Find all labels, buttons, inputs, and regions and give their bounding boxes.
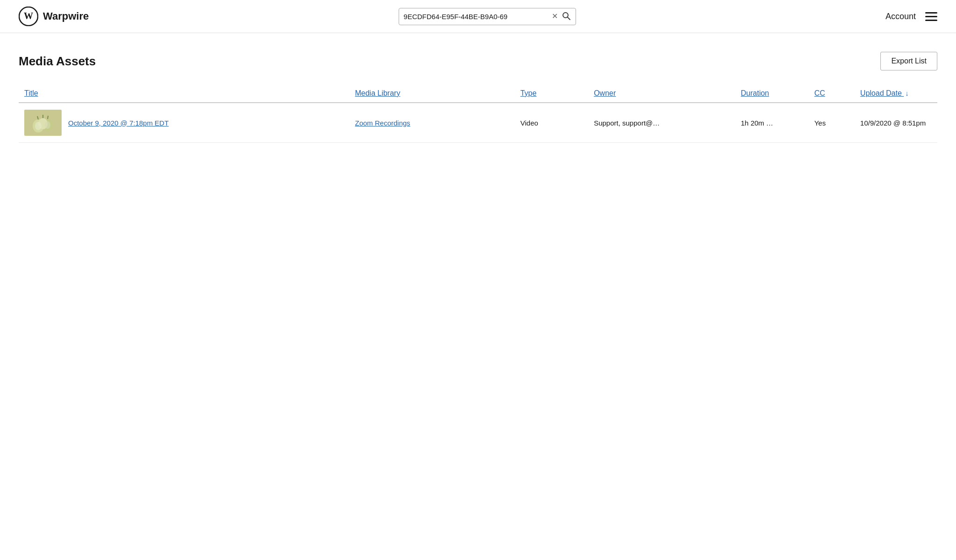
search-input[interactable] [404,13,548,21]
logo-icon: W [19,7,38,26]
cell-title: October 9, 2020 @ 7:18pm EDT [19,103,349,143]
sort-desc-arrow: ↓ [905,89,909,97]
sort-type-link[interactable]: Type [520,89,537,97]
asset-title-link[interactable]: October 9, 2020 @ 7:18pm EDT [68,119,169,127]
logo-text: Warpwire [43,10,89,22]
cell-upload-date: 10/9/2020 @ 8:51pm [855,103,937,143]
account-label[interactable]: Account [886,12,916,21]
library-link[interactable]: Zoom Recordings [355,119,410,127]
search-bar: ✕ [399,8,576,25]
cell-duration: 1h 20m … [735,103,808,143]
app-header: W Warpwire ✕ Account [0,0,956,33]
cell-library: Zoom Recordings [349,103,514,143]
col-header-library: Media Library [349,84,514,103]
sort-upload-date-link[interactable]: Upload Date ↓ [860,89,909,97]
page-title: Media Assets [19,54,96,69]
col-header-duration: Duration [735,84,808,103]
sort-owner-link[interactable]: Owner [594,89,616,97]
sort-title-link[interactable]: Title [24,89,38,97]
asset-type: Video [520,119,538,127]
logo[interactable]: W Warpwire [19,7,89,26]
sort-library-link[interactable]: Media Library [355,89,400,97]
menu-icon[interactable] [925,12,937,21]
export-list-button[interactable]: Export List [880,52,937,70]
col-header-upload-date: Upload Date ↓ [855,84,937,103]
table-header: Title Media Library Type Owner Duration [19,84,937,103]
svg-line-11 [48,116,48,119]
search-icon[interactable] [562,11,571,22]
col-header-owner: Owner [588,84,735,103]
clear-icon[interactable]: ✕ [552,13,558,20]
main-content: Media Assets Export List Title Media Lib… [0,33,956,143]
page-header: Media Assets Export List [19,52,937,70]
col-header-title: Title [19,84,349,103]
cell-owner: Support, support@… [588,103,735,143]
sort-cc-link[interactable]: CC [814,89,825,97]
cell-type: Video [515,103,588,143]
svg-point-8 [35,122,42,130]
table-body: October 9, 2020 @ 7:18pm EDT Zoom Record… [19,103,937,143]
svg-text:W: W [24,11,33,21]
col-header-type: Type [515,84,588,103]
asset-owner: Support, support@… [594,119,660,127]
asset-upload-date: 10/9/2020 @ 8:51pm [860,119,926,127]
asset-cc: Yes [814,119,825,127]
sort-duration-link[interactable]: Duration [741,89,769,97]
table-row: October 9, 2020 @ 7:18pm EDT Zoom Record… [19,103,937,143]
search-container: ✕ [399,8,576,25]
svg-line-3 [567,17,570,20]
media-table: Title Media Library Type Owner Duration [19,84,937,143]
asset-duration: 1h 20m … [741,119,773,127]
header-right: Account [886,12,937,21]
asset-thumbnail[interactable] [24,110,62,136]
col-header-cc: CC [808,84,854,103]
svg-point-9 [45,121,50,129]
media-table-section: Title Media Library Type Owner Duration [19,84,937,143]
cell-cc: Yes [808,103,854,143]
